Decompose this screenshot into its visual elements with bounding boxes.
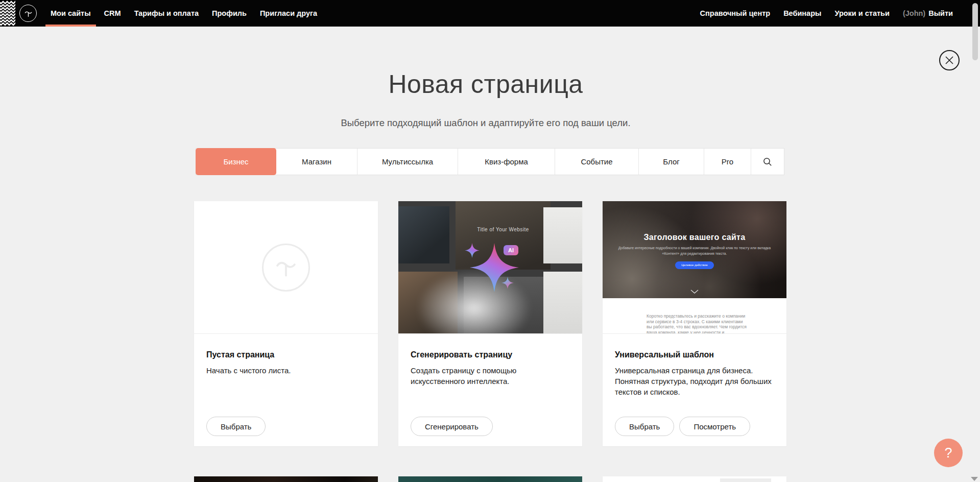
- tab-search[interactable]: [751, 149, 784, 175]
- active-nav-underline: [45, 25, 96, 27]
- nav-item-lessons[interactable]: Уроки и статьи: [828, 0, 896, 27]
- nav-item-label: Пригласи друга: [260, 9, 317, 17]
- card-ai-generate: Title of Your Website AI: [398, 201, 582, 446]
- page-title: Новая страница: [0, 69, 971, 99]
- logout-label: Выйти: [928, 9, 953, 17]
- question-mark: ?: [944, 445, 952, 461]
- card-partial[interactable]: [194, 476, 378, 482]
- nav-item-label: Уроки и статьи: [834, 9, 889, 17]
- user-name: (John): [903, 9, 925, 17]
- card-title: Пустая страница: [206, 350, 366, 359]
- template-body: Коротко представьтесь и расскажите о ком…: [603, 298, 786, 333]
- chevron-down-icon: [690, 290, 699, 294]
- preview-tile: [543, 207, 582, 263]
- tilda-watermark-icon: [273, 254, 299, 281]
- tab-shop[interactable]: Магазин: [276, 149, 357, 175]
- template-hero: Заголовок вашего сайта Добавьте интересн…: [603, 201, 786, 298]
- search-icon: [763, 157, 772, 166]
- nav-item-label: CRM: [104, 9, 121, 17]
- navbar-left-menu: Мои сайты CRM Тарифы и оплата Профиль Пр…: [44, 0, 324, 27]
- card-info: Универсальный шаблон Универсальная стран…: [603, 334, 786, 446]
- card-description: Начать с чистого листа.: [206, 365, 365, 376]
- template-cards-row-partial: [194, 476, 786, 482]
- top-navbar: Мои сайты CRM Тарифы и оплата Профиль Пр…: [0, 0, 980, 27]
- nav-item-label: Профиль: [212, 9, 247, 17]
- ai-preview[interactable]: Title of Your Website AI: [398, 201, 582, 333]
- scrollbar-down-arrow[interactable]: [971, 477, 978, 481]
- nav-item-help-center[interactable]: Справочный центр: [694, 0, 777, 27]
- tab-multilink[interactable]: Мультиссылка: [357, 149, 458, 175]
- sparkle-icon: [501, 277, 514, 289]
- template-body-text: Коротко представьтесь и расскажите о ком…: [647, 314, 747, 333]
- template-hero-title: Заголовок вашего сайта: [603, 233, 786, 242]
- nav-item-label: Мои сайты: [51, 9, 91, 17]
- card-title: Универсальный шаблон: [615, 350, 774, 359]
- nav-item-label: Справочный центр: [700, 9, 771, 17]
- nav-item-webinars[interactable]: Вебинары: [777, 0, 828, 27]
- universal-template-preview[interactable]: Заголовок вашего сайта Добавьте интересн…: [603, 201, 786, 333]
- tab-label: Мультиссылка: [382, 157, 433, 166]
- view-button[interactable]: Посмотреть: [679, 417, 750, 436]
- template-hero-button: Целевое действие: [675, 261, 714, 269]
- preview-tile: [543, 272, 582, 333]
- nav-item-tariffs[interactable]: Тарифы и оплата: [128, 0, 205, 27]
- tab-label: Pro: [722, 157, 733, 166]
- help-button[interactable]: ?: [934, 439, 963, 467]
- tilda-watermark: [262, 244, 310, 292]
- nav-item-my-sites[interactable]: Мои сайты: [44, 0, 98, 27]
- template-cards-row: Пустая страница Начать с чистого листа. …: [194, 201, 786, 446]
- card-info: Пустая страница Начать с чистого листа. …: [194, 334, 378, 446]
- tab-blog[interactable]: Блог: [639, 149, 704, 175]
- nav-item-invite-friend[interactable]: Пригласи друга: [253, 0, 324, 27]
- preview-tile: [398, 206, 449, 263]
- card-description: Создать страницу с помощью искусственног…: [411, 365, 569, 387]
- tab-label: Блог: [663, 157, 679, 166]
- card-universal-template: Заголовок вашего сайта Добавьте интересн…: [603, 201, 786, 446]
- card-partial-preview: [194, 476, 378, 482]
- tilda-logo-icon: [23, 9, 33, 18]
- tab-pro[interactable]: Pro: [704, 149, 751, 175]
- select-button[interactable]: Выбрать: [206, 417, 266, 436]
- card-partial[interactable]: [398, 476, 582, 482]
- card-title: Сгенерировать страницу: [411, 350, 570, 359]
- tab-label: Бизнес: [223, 157, 248, 166]
- card-buttons: Выбрать Посмотреть: [615, 417, 750, 436]
- card-partial-ghost: [720, 478, 771, 482]
- card-description: Универсальная страница для бизнеса. Поня…: [615, 365, 773, 397]
- card-partial-preview: [603, 476, 786, 482]
- close-icon: [945, 56, 954, 65]
- card-buttons: Сгенерировать: [411, 417, 493, 436]
- tab-label: Квиз-форма: [485, 157, 528, 166]
- tab-event[interactable]: Событие: [555, 149, 639, 175]
- close-button[interactable]: [939, 50, 960, 70]
- page-subtitle: Выберите подходящий шаблон и адаптируйте…: [0, 117, 971, 129]
- navbar-right-menu: Справочный центр Вебинары Уроки и статьи…: [694, 0, 960, 27]
- tab-label: Магазин: [302, 157, 331, 166]
- nav-item-profile[interactable]: Профиль: [205, 0, 253, 27]
- nav-item-label: Вебинары: [783, 9, 821, 17]
- tab-quiz-form[interactable]: Квиз-форма: [458, 149, 555, 175]
- generate-button[interactable]: Сгенерировать: [411, 417, 493, 436]
- select-button[interactable]: Выбрать: [615, 417, 674, 436]
- tilda-logo[interactable]: [19, 5, 37, 22]
- nav-item-crm[interactable]: CRM: [98, 0, 128, 27]
- nav-item-logout[interactable]: (John) Выйти: [896, 0, 960, 27]
- zigzag-pattern: [0, 0, 15, 27]
- template-category-tabs: Бизнес Магазин Мультиссылка Квиз-форма С…: [196, 148, 784, 175]
- card-partial-preview: [398, 476, 582, 482]
- template-hero-text: Добавьте интересные подробности о вашей …: [615, 246, 774, 257]
- blank-page-preview[interactable]: [194, 201, 378, 333]
- tab-label: Событие: [581, 157, 612, 166]
- card-blank-page: Пустая страница Начать с чистого листа. …: [194, 201, 378, 446]
- card-buttons: Выбрать: [206, 417, 266, 436]
- scrollbar-thumb[interactable]: [972, 3, 978, 60]
- nav-item-label: Тарифы и оплата: [134, 9, 199, 17]
- card-partial[interactable]: [603, 476, 786, 482]
- tab-business[interactable]: Бизнес: [196, 148, 276, 175]
- card-info: Сгенерировать страницу Создать страницу …: [398, 334, 582, 446]
